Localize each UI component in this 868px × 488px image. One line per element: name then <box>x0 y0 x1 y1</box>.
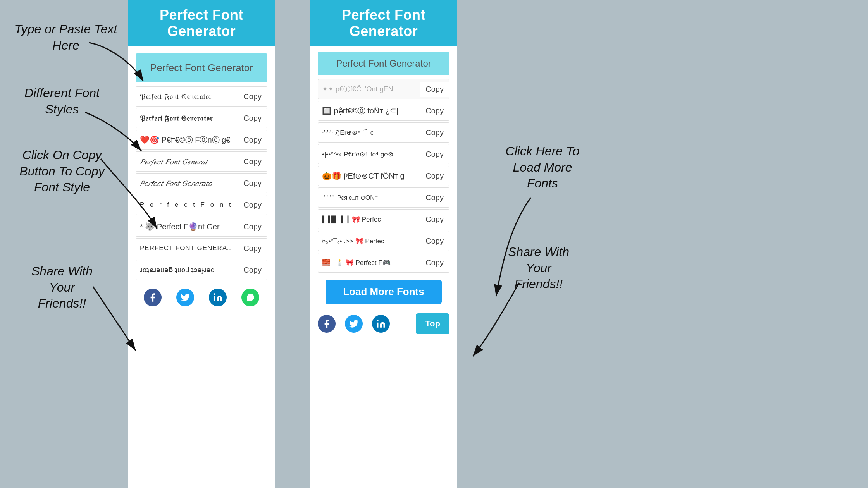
table-row: * 🐺 Perfect F🔮nt Ger Copy <box>136 217 267 237</box>
left-panel: Perfect Font Generator 𝔓𝔢𝔯𝔣𝔢𝔠𝔱 𝔉𝔬𝔫𝔱 𝔊𝔢𝔫𝔢… <box>128 0 275 488</box>
table-row: 𝔓𝔢𝔯𝔣𝔢𝔠𝔱 𝔉𝔬𝔫𝔱 𝔊𝔢𝔫𝔢𝔯𝔞𝔱𝔬𝔯 Copy <box>136 86 267 107</box>
copy-button[interactable]: Copy <box>420 212 449 227</box>
table-row: 𝕻𝖊𝖗𝖋𝖊𝖈𝖙 𝕱𝖔𝖓𝖙 𝕲𝖊𝖓𝖊𝖗𝖆𝖙𝖔𝖗 Copy <box>136 108 267 128</box>
copy-button[interactable]: Copy <box>420 125 449 140</box>
copy-button[interactable]: Copy <box>420 147 449 162</box>
twitter-button[interactable] <box>176 289 194 306</box>
whatsapp-button[interactable] <box>241 289 259 306</box>
font-display: P e r f e c t F o n t <box>136 198 238 212</box>
svg-point-1 <box>377 320 378 321</box>
right-panel-header: Perfect Font Generator <box>310 0 457 46</box>
table-row: 𝘗𝘦𝘳𝘧𝘦𝘤𝘵 𝘍𝘰𝘯𝘵 𝘎𝘦𝘯𝘦𝘳𝘢𝘵𝘰 Copy <box>136 173 267 193</box>
font-display: * 🐺 Perfect F🔮nt Ger <box>136 219 238 234</box>
font-display: •|••°°•» Ρ€rfе⊙† fo⁴ ge⊗ <box>318 147 420 162</box>
font-display: ¤ₐ•°¯ₐ•..>> 🎀 Perfec <box>318 234 420 248</box>
annotation-different-fonts: Different FontStyles <box>8 85 116 117</box>
table-row: PERFECT FONT GENERATOR Copy <box>136 238 267 258</box>
svg-point-0 <box>214 293 215 295</box>
font-display: ɹoʇɐɹǝuǝƃ ʇuoℲ ʇɔǝɟɹǝd <box>136 263 238 277</box>
copy-button[interactable]: Copy <box>238 263 267 278</box>
annotation-type-paste: Type or Paste TextHere <box>12 21 120 53</box>
font-display: ❤️🎯 P€ff€©⓪ F⓪n⓪ g€ <box>136 132 238 148</box>
font-display: ∙'∙'∙'∙ ℌEr⊕⊛ᵃ 千 c <box>318 125 420 140</box>
font-display: ∙'∙'∙'∙'∙ Ρεя'е□т ⊕ON⁻ <box>318 191 420 204</box>
font-display: 𝑃𝑒𝑟𝑓𝑒𝑐𝑡 𝐹𝑜𝑛𝑡 𝐺𝑒𝑛𝑒𝑟𝑎𝑡 <box>136 154 238 169</box>
right-font-list: ✦✦ p€ⓡf€Čt 'Ont gEN Copy 🔲 pệrf€©⓪ foÑт … <box>318 79 450 274</box>
copy-button[interactable]: Copy <box>238 111 267 126</box>
annotation-copy-button: Click On CopyButton To CopyFont Style <box>4 147 120 196</box>
font-display: 𝕻𝖊𝖗𝖋𝖊𝖈𝖙 𝕱𝖔𝖓𝖙 𝕲𝖊𝖓𝖊𝖗𝖆𝖙𝖔𝖗 <box>136 111 238 126</box>
copy-button[interactable]: Copy <box>420 190 449 205</box>
annotation-share-left: Share WithYourFriends!! <box>4 263 120 312</box>
left-social-bar <box>128 282 275 310</box>
copy-button[interactable]: Copy <box>238 219 267 234</box>
right-twitter-button[interactable] <box>345 315 363 333</box>
table-row: ❤️🎯 P€ff€©⓪ F⓪n⓪ g€ Copy <box>136 130 267 150</box>
font-display: 🔲 pệrf€©⓪ foÑт ¿⊆| <box>318 103 420 119</box>
table-row: 𝑃𝑒𝑟𝑓𝑒𝑐𝑡 𝐹𝑜𝑛𝑡 𝐺𝑒𝑛𝑒𝑟𝑎𝑡 Copy <box>136 151 267 172</box>
copy-button[interactable]: Copy <box>420 168 449 184</box>
font-display: PERFECT FONT GENERATOR <box>136 241 238 255</box>
left-font-list: 𝔓𝔢𝔯𝔣𝔢𝔠𝔱 𝔉𝔬𝔫𝔱 𝔊𝔢𝔫𝔢𝔯𝔞𝔱𝔬𝔯 Copy 𝕻𝖊𝖗𝖋𝖊𝖈𝖙 𝕱𝖔𝖓𝖙… <box>136 86 267 282</box>
load-more-button[interactable]: Load More Fonts <box>326 280 442 304</box>
right-panel: Perfect Font Generator Perfect Font Gene… <box>310 0 457 488</box>
copy-button[interactable]: Copy <box>238 154 267 169</box>
font-display: 𝘗𝘦𝘳𝘧𝘦𝘤𝘵 𝘍𝘰𝘯𝘵 𝘎𝘦𝘯𝘦𝘳𝘢𝘵𝘰 <box>136 176 238 191</box>
font-display: ✦✦ p€ⓡf€Čt 'Ont gEN <box>318 81 420 97</box>
font-display: ▌║█║▌║ 🎀 Perfec <box>318 212 420 227</box>
annotation-share-right: Share WithYourFriends!! <box>480 244 597 292</box>
right-linkedin-button[interactable] <box>372 315 390 333</box>
copy-button[interactable]: Copy <box>420 234 449 249</box>
annotation-load-more: Click Here ToLoad MoreFonts <box>480 143 604 192</box>
table-row: P e r f e c t F o n t Copy <box>136 195 267 215</box>
table-row: ɹoʇɐɹǝuǝƃ ʇuoℲ ʇɔǝɟɹǝd Copy <box>136 260 267 280</box>
table-row: ∙'∙'∙'∙ ℌEr⊕⊛ᵃ 千 c Copy <box>318 122 450 143</box>
copy-button[interactable]: Copy <box>420 255 449 270</box>
copy-button[interactable]: Copy <box>238 176 267 191</box>
table-row: 🔲 pệrf€©⓪ foÑт ¿⊆| Copy <box>318 101 450 121</box>
table-row: 🎃🎁 ⲢEf⊙⊛CT fÔNт g Copy <box>318 166 450 186</box>
font-display: 🎃🎁 ⲢEf⊙⊛CT fÔNт g <box>318 168 420 184</box>
left-panel-header: Perfect Font Generator <box>128 0 275 46</box>
facebook-button[interactable] <box>144 289 162 306</box>
table-row: ✦✦ p€ⓡf€Čt 'Ont gEN Copy <box>318 79 450 99</box>
table-row: ▌║█║▌║ 🎀 Perfec Copy <box>318 209 450 229</box>
right-facebook-button[interactable] <box>318 315 336 333</box>
font-display: 🧱 · 🕯️ 🎀 Perfect F🎮 <box>318 256 420 270</box>
table-row: ¤ₐ•°¯ₐ•..>> 🎀 Perfec Copy <box>318 231 450 251</box>
linkedin-button[interactable] <box>209 289 227 306</box>
copy-button[interactable]: Copy <box>420 103 449 119</box>
top-button[interactable]: Top <box>416 313 450 334</box>
copy-button[interactable]: Copy <box>238 132 267 148</box>
copy-button[interactable]: Copy <box>420 82 449 97</box>
right-input-display: Perfect Font Generator <box>318 52 450 75</box>
copy-button[interactable]: Copy <box>238 241 267 256</box>
table-row: •|••°°•» Ρ€rfе⊙† fo⁴ ge⊗ Copy <box>318 144 450 164</box>
right-bottom-bar: Top <box>318 309 450 340</box>
table-row: ∙'∙'∙'∙'∙ Ρεя'е□т ⊕ON⁻ Copy <box>318 187 450 208</box>
copy-button[interactable]: Copy <box>238 198 267 213</box>
font-display: 𝔓𝔢𝔯𝔣𝔢𝔠𝔱 𝔉𝔬𝔫𝔱 𝔊𝔢𝔫𝔢𝔯𝔞𝔱𝔬𝔯 <box>136 89 238 104</box>
table-row: 🧱 · 🕯️ 🎀 Perfect F🎮 Copy <box>318 253 450 273</box>
copy-button[interactable]: Copy <box>238 89 267 104</box>
left-text-input[interactable] <box>136 53 267 82</box>
